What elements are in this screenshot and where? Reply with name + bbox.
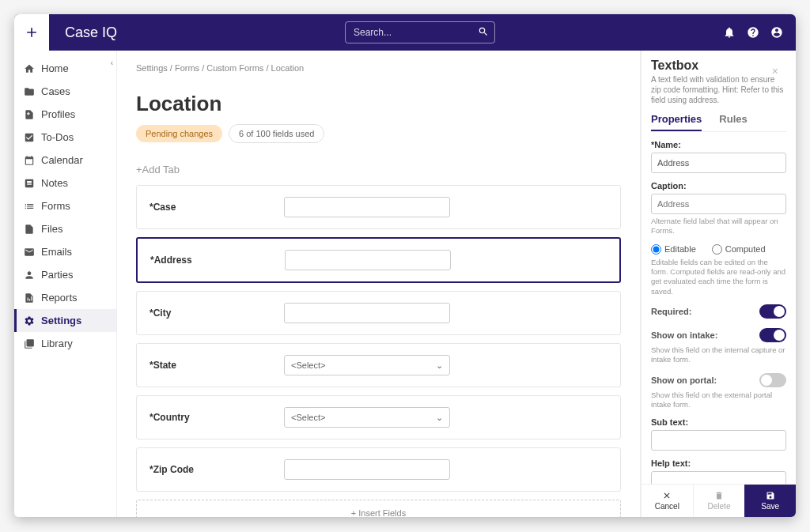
create-button[interactable] xyxy=(14,14,49,51)
editable-radio[interactable]: Editable xyxy=(651,244,696,255)
caption-note: Alternate field label that will appear o… xyxy=(651,217,786,236)
name-input[interactable] xyxy=(651,153,786,173)
field-input[interactable] xyxy=(284,459,450,480)
form-row-address[interactable]: *Address xyxy=(136,237,621,283)
sidebar-item-forms[interactable]: Forms xyxy=(14,194,116,217)
intake-toggle[interactable] xyxy=(759,328,786,342)
intake-note: Show this field on the internal capture … xyxy=(651,345,786,365)
caption-label: Caption: xyxy=(651,181,786,191)
portal-toggle[interactable] xyxy=(759,373,786,387)
portal-note: Show this field on the external portal i… xyxy=(651,391,786,410)
sidebar-item-emails[interactable]: Emails xyxy=(14,240,116,263)
sidebar-item-label: Cases xyxy=(41,85,70,97)
search-icon xyxy=(478,26,489,37)
panel-title: Textbox xyxy=(651,58,786,73)
sidebar-item-cases[interactable]: Cases xyxy=(14,80,116,103)
cancel-button[interactable]: Cancel xyxy=(642,485,693,517)
name-label: *Name: xyxy=(651,140,786,149)
sidebar-item-todos[interactable]: To-Dos xyxy=(14,126,116,149)
form-row-zipcode[interactable]: *Zip Code xyxy=(136,447,621,492)
chevron-down-icon: ⌄ xyxy=(436,360,443,371)
intake-label: Show on intake: xyxy=(651,330,717,340)
helptext-input[interactable] xyxy=(651,471,786,484)
sidebar-item-label: Settings xyxy=(41,315,81,326)
computed-radio[interactable]: Computed xyxy=(712,244,766,255)
fields-count-badge: 6 of 100 fields used xyxy=(229,124,324,143)
collapse-sidebar-icon[interactable]: ‹ xyxy=(111,58,113,67)
sidebar-item-label: Calendar xyxy=(41,154,83,166)
main-content: Settings / Forms / Custom Forms / Locati… xyxy=(117,51,641,517)
sidebar-item-label: Reports xyxy=(41,292,78,304)
sidebar-item-reports[interactable]: Reports xyxy=(14,286,116,309)
form-row-case[interactable]: *Case xyxy=(136,185,621,229)
sidebar-item-label: Home xyxy=(41,62,69,74)
field-label: *Address xyxy=(150,255,285,266)
form-row-city[interactable]: *City xyxy=(136,291,621,335)
required-toggle[interactable] xyxy=(759,304,786,319)
sidebar-item-label: Files xyxy=(41,223,62,235)
sidebar-item-home[interactable]: Home xyxy=(14,57,116,80)
search-input[interactable] xyxy=(345,21,495,43)
tab-rules[interactable]: Rules xyxy=(719,113,747,131)
insert-fields-button[interactable]: + Insert Fields xyxy=(136,500,621,517)
properties-panel: × Textbox A text field with validation t… xyxy=(641,51,796,517)
user-icon[interactable] xyxy=(770,26,783,39)
caption-input[interactable] xyxy=(651,194,786,214)
sidebar-item-notes[interactable]: Notes xyxy=(14,172,116,194)
subtext-input[interactable] xyxy=(651,430,786,451)
sidebar-item-label: Parties xyxy=(41,269,73,281)
sidebar-item-profiles[interactable]: Profiles xyxy=(14,103,116,126)
editable-note: Editable fields can be edited on the for… xyxy=(651,258,786,296)
sidebar-item-label: Notes xyxy=(41,177,68,189)
add-tab-button[interactable]: +Add Tab xyxy=(136,159,621,180)
sidebar-item-calendar[interactable]: Calendar xyxy=(14,149,116,172)
tab-properties[interactable]: Properties xyxy=(651,113,702,131)
close-panel-icon[interactable]: × xyxy=(772,65,778,77)
sidebar-item-parties[interactable]: Parties xyxy=(14,263,116,286)
sidebar-item-library[interactable]: Library xyxy=(14,332,116,355)
sidebar-item-label: Emails xyxy=(41,246,72,258)
required-label: Required: xyxy=(651,307,691,316)
sidebar-item-label: To-Dos xyxy=(41,131,74,143)
sidebar-item-settings[interactable]: Settings xyxy=(14,309,116,332)
page-title: Location xyxy=(136,92,621,116)
breadcrumb[interactable]: Settings / Forms / Custom Forms / Locati… xyxy=(136,63,621,73)
chevron-down-icon: ⌄ xyxy=(436,413,443,423)
sidebar-item-label: Library xyxy=(41,338,73,349)
field-label: *Case xyxy=(150,202,284,213)
panel-description: A text field with validation to ensure z… xyxy=(651,74,786,105)
field-label: *State xyxy=(150,360,284,371)
sidebar-item-label: Profiles xyxy=(41,108,75,120)
sidebar-item-files[interactable]: Files xyxy=(14,217,116,240)
delete-button[interactable]: Delete xyxy=(693,485,745,517)
subtext-label: Sub text: xyxy=(651,417,786,427)
bell-icon[interactable] xyxy=(723,26,736,39)
field-input[interactable] xyxy=(285,250,451,270)
helptext-label: Help text: xyxy=(651,458,786,468)
sidebar: ‹ Home Cases Profiles To-Dos Calendar No… xyxy=(14,51,117,517)
pending-changes-badge: Pending changes xyxy=(136,125,222,142)
form-row-country[interactable]: *Country <Select>⌄ xyxy=(136,395,621,440)
sidebar-item-label: Forms xyxy=(41,200,70,212)
field-label: *City xyxy=(150,308,284,319)
field-input[interactable] xyxy=(284,197,450,217)
form-row-state[interactable]: *State <Select>⌄ xyxy=(136,343,621,387)
field-select[interactable]: <Select>⌄ xyxy=(284,407,450,428)
portal-label: Show on portal: xyxy=(651,375,717,385)
field-label: *Zip Code xyxy=(150,464,284,475)
field-label: *Country xyxy=(150,412,284,423)
save-button[interactable]: Save xyxy=(744,485,796,517)
field-select[interactable]: <Select>⌄ xyxy=(284,355,450,375)
help-icon[interactable] xyxy=(747,26,759,39)
field-input[interactable] xyxy=(284,303,450,323)
brand-title: Case IQ xyxy=(65,25,117,41)
topbar: Case IQ xyxy=(14,14,796,51)
